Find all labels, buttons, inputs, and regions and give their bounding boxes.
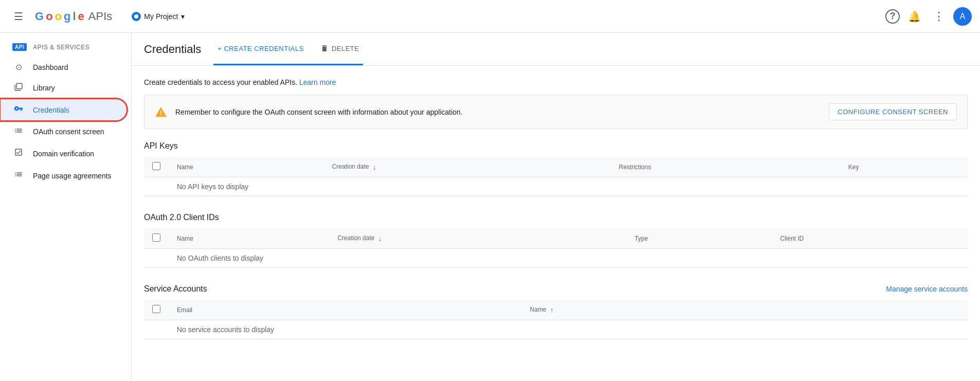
api-chip: API	[12, 43, 27, 51]
sidebar-header: API APIs & Services	[0, 37, 131, 57]
domain-verification-icon	[12, 148, 25, 159]
api-keys-restrictions-header: Restrictions	[611, 157, 840, 177]
oauth-select-all[interactable]	[152, 233, 160, 242]
sa-name-header[interactable]: Name ↑	[522, 300, 968, 320]
oauth-empty-message: No OAuth clients to display	[169, 249, 968, 268]
sidebar-item-domain-verification[interactable]: Domain verification	[0, 142, 127, 165]
api-keys-creation-date-header[interactable]: Creation date ↓	[324, 157, 611, 177]
sidebar-item-page-usage-agreements[interactable]: Page usage agreements	[0, 165, 127, 187]
configure-consent-screen-button[interactable]: CONFIGURE CONSENT SCREEN	[829, 103, 957, 120]
info-text: Create credentials to access your enable…	[144, 78, 968, 86]
api-keys-table: Name Creation date ↓ Restrictions Key	[144, 157, 968, 196]
api-keys-empty-message: No API keys to display	[169, 177, 968, 196]
page-usage-icon	[12, 170, 25, 182]
library-icon	[12, 82, 25, 94]
service-accounts-section: Service Accounts Manage service accounts…	[144, 284, 968, 339]
sa-empty-message: No service accounts to display	[169, 320, 968, 339]
project-selector[interactable]: My Project ▾	[126, 9, 190, 24]
oauth-client-id-header: Client ID	[772, 228, 968, 249]
warning-left: Remember to configure the OAuth consent …	[155, 106, 463, 118]
manage-service-accounts-link[interactable]: Manage service accounts	[886, 285, 968, 293]
topbar: ☰ Google APIs My Project ▾ ? 🔔 ⋮ A	[0, 0, 980, 33]
project-name: My Project	[144, 12, 178, 21]
google-logo: Google APIs	[35, 10, 112, 23]
learn-more-link[interactable]: Learn more	[299, 78, 336, 86]
oauth-clients-table: Name Creation date ↓ Type Client ID	[144, 228, 968, 268]
api-keys-section: API Keys Name Creation date	[144, 141, 968, 196]
header-actions: + CREATE CREDENTIALS DELETE	[213, 41, 363, 65]
credentials-icon	[12, 104, 25, 116]
sidebar: API APIs & Services ⊙ Dashboard Library …	[0, 33, 132, 381]
delete-label: DELETE	[332, 45, 359, 52]
sort-desc-icon: ↓	[378, 234, 382, 243]
sa-empty-row: No service accounts to display	[144, 320, 968, 339]
sidebar-item-credentials[interactable]: Credentials	[0, 99, 127, 121]
more-options-button[interactable]: ⋮	[929, 6, 949, 27]
oauth-checkbox-header	[144, 228, 169, 249]
apis-text: APIs	[88, 10, 112, 23]
service-accounts-header-row: Service Accounts Manage service accounts	[144, 284, 968, 294]
help-button[interactable]: ?	[885, 9, 900, 24]
oauth-creation-date-header[interactable]: Creation date ↓	[329, 228, 626, 249]
api-keys-name-header: Name	[169, 157, 324, 177]
sidebar-item-label: Domain verification	[33, 150, 94, 158]
sidebar-item-oauth-consent-screen[interactable]: OAuth consent screen	[0, 121, 127, 142]
api-keys-checkbox-header	[144, 157, 169, 177]
warning-text: Remember to configure the OAuth consent …	[175, 108, 463, 116]
sa-select-all[interactable]	[152, 305, 160, 313]
oauth-icon	[12, 126, 25, 137]
oauth-clients-title: OAuth 2.0 Client IDs	[144, 213, 968, 222]
delete-button[interactable]: DELETE	[316, 41, 364, 56]
sidebar-service-label: APIs & Services	[33, 44, 89, 51]
sidebar-item-library[interactable]: Library	[0, 77, 127, 99]
page-title: Credentials	[144, 43, 201, 64]
app-body: API APIs & Services ⊙ Dashboard Library …	[0, 33, 980, 381]
main-content: Credentials + CREATE CREDENTIALS DELETE …	[132, 33, 980, 381]
sort-asc-icon: ↑	[550, 306, 554, 314]
sa-checkbox-header	[144, 300, 169, 320]
notifications-button[interactable]: 🔔	[904, 6, 924, 27]
oauth-empty-row: No OAuth clients to display	[144, 249, 968, 268]
api-keys-key-header: Key	[840, 157, 968, 177]
sidebar-item-label: OAuth consent screen	[33, 128, 104, 136]
page-header: Credentials + CREATE CREDENTIALS DELETE	[132, 33, 980, 66]
oauth-clients-section: OAuth 2.0 Client IDs Name Creation date	[144, 213, 968, 268]
sidebar-item-label: Library	[33, 84, 55, 92]
service-accounts-table: Email Name ↑ No service accounts to disp…	[144, 300, 968, 339]
warning-banner: Remember to configure the OAuth consent …	[144, 95, 968, 129]
sa-email-header: Email	[169, 300, 522, 320]
api-keys-select-all[interactable]	[152, 162, 160, 170]
create-credentials-button[interactable]: + CREATE CREDENTIALS	[213, 42, 308, 56]
chevron-down-icon: ▾	[181, 12, 185, 21]
sort-desc-icon: ↓	[373, 163, 376, 171]
oauth-type-header: Type	[626, 228, 772, 249]
sidebar-item-label: Dashboard	[33, 63, 68, 71]
api-keys-empty-row: No API keys to display	[144, 177, 968, 196]
oauth-name-header: Name	[169, 228, 329, 249]
warning-icon	[155, 106, 167, 118]
content-body: Create credentials to access your enable…	[132, 66, 980, 368]
sidebar-item-label: Page usage agreements	[33, 172, 112, 180]
avatar[interactable]: A	[953, 7, 972, 26]
dashboard-icon: ⊙	[12, 62, 25, 72]
project-dot-icon	[132, 12, 141, 21]
sidebar-item-label: Credentials	[33, 106, 69, 114]
service-accounts-title: Service Accounts	[144, 284, 207, 294]
api-keys-title: API Keys	[144, 141, 968, 151]
sidebar-item-dashboard[interactable]: ⊙ Dashboard	[0, 57, 127, 77]
hamburger-menu-button[interactable]: ☰	[8, 6, 29, 27]
